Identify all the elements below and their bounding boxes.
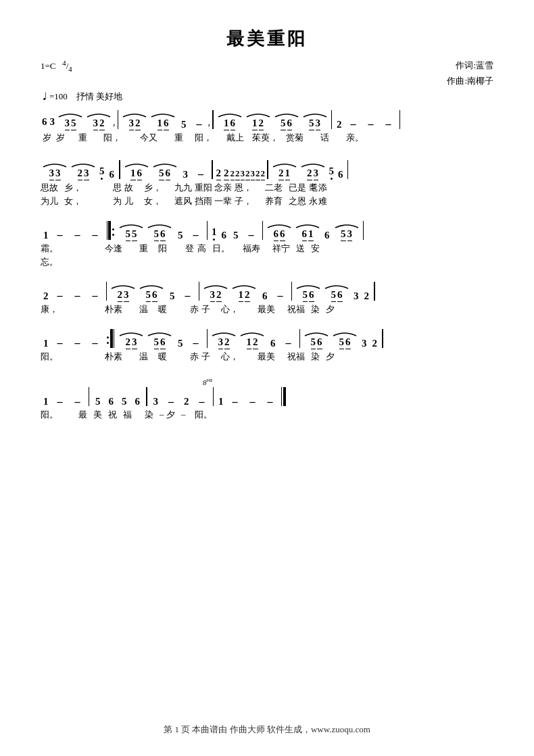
note-5r3f: 5: [341, 228, 346, 241]
notes-row-5: 1 – – – 2: [41, 329, 493, 349]
note-1m3: 1: [224, 118, 229, 130]
note-3r4a: 3: [124, 289, 129, 302]
music-row-1: 6 3 3: [41, 108, 493, 144]
lyr-r2-2: 为儿 女， 为 儿 女， 遮风 挡雨 一辈 子， 养育 之恩 永 难: [41, 195, 493, 207]
note-3u: 3: [65, 118, 70, 130]
barline-r4b: [199, 282, 200, 301]
lyrics-row-1: 岁 岁 重 阳， 今又 重 阳， 戴上 茱萸， 赏菊 话 亲。: [41, 132, 493, 144]
note-5m2: 5: [181, 111, 187, 130]
note-3r2d: 3: [183, 161, 189, 180]
dash-r4c: –: [89, 290, 101, 302]
dash-r6f: –: [247, 396, 259, 408]
note-1r3c: 1: [308, 228, 314, 241]
song-title: 最美重阳: [41, 27, 493, 51]
barline-r5a: [207, 329, 208, 348]
arc-32: [86, 111, 112, 118]
music-row-3: 1 – – – 5: [41, 221, 493, 268]
arc-12m3: [245, 111, 271, 118]
note-6r3: 6: [160, 228, 166, 241]
note-2r4c: 2: [245, 289, 250, 302]
note-2m2: 2: [135, 118, 141, 130]
lyr-r4: 康， 朴素 温 暖 赤 子 心， 最美 祝福 染 夕: [41, 303, 493, 316]
note-6r5c: 6: [317, 336, 322, 349]
note-3r4b: 3: [210, 289, 216, 302]
dash-r5b: –: [72, 337, 84, 349]
dash-r5e: –: [283, 337, 295, 349]
note-2r4: 2: [43, 291, 49, 302]
note-5dot: 5: [99, 157, 105, 180]
note-6r3e: 6: [302, 228, 308, 241]
note-1r3b: 1: [212, 226, 217, 241]
repeat-barline-2: [107, 329, 115, 348]
note-6r2: 6: [110, 161, 115, 180]
note-5m3: 5: [281, 118, 286, 130]
music-row-6: 8va 1 – – 5 6 5 6 3: [41, 376, 493, 422]
note-5r4b: 5: [170, 291, 175, 302]
note-2r5b: 2: [224, 336, 230, 349]
notes-row-3: 1 – – – 5: [41, 221, 493, 241]
note-5r2c: 5: [329, 166, 335, 180]
note-6r5d: 6: [345, 336, 351, 349]
note-6r3c: 6: [274, 228, 279, 241]
note-6r4c: 6: [309, 289, 314, 302]
dash-r6g: –: [264, 396, 276, 408]
note-6: 6: [42, 108, 47, 130]
note-3m3: 3: [316, 118, 321, 130]
note-6m3b: 6: [287, 118, 293, 130]
barline-r3c: [363, 221, 364, 240]
note-3g: 3: [241, 168, 245, 180]
note-5r5d: 5: [339, 336, 345, 349]
tempo: ♩=100 抒情 美好地: [41, 91, 122, 101]
dash-r5c: –: [89, 337, 101, 349]
dash-m2: –: [193, 118, 205, 130]
note-2u: 2: [99, 118, 105, 130]
notes-row-1: 6 3 3: [41, 108, 493, 130]
note-1r6: 1: [43, 396, 49, 407]
lyr-r5: 阳。 朴素 温 暖 赤 子 心， 最美 祝福 染 夕: [41, 351, 493, 363]
note-3r2b: 3: [55, 168, 61, 180]
music-row-5: 1 – – – 2: [41, 329, 493, 363]
note-1m2: 1: [157, 118, 163, 130]
arc-35: [57, 111, 83, 118]
note-6m2: 6: [164, 118, 169, 130]
note-6r3b: 6: [222, 230, 227, 241]
dash-r3b: –: [72, 229, 84, 241]
lyr-r3-2: 忘。: [41, 256, 493, 268]
note-2r2e: 2: [224, 168, 229, 180]
note-3r5a: 3: [132, 336, 137, 349]
note-5r3c: 5: [154, 228, 160, 241]
dash-r6d: –: [196, 396, 208, 408]
music-row-2: 3 3 2 3: [41, 157, 493, 207]
dash-r3a: –: [54, 229, 66, 241]
dash3m4: –: [383, 118, 395, 130]
lyr-r6: 阳。 最 美 祝 福 染 – 夕 – 阳。: [41, 409, 493, 421]
dash-r6e: –: [229, 396, 241, 408]
comma2: ,: [208, 118, 211, 128]
note-2r5c: 2: [253, 336, 258, 349]
barline-r2c: [267, 160, 268, 179]
barline-r2b: [212, 160, 213, 179]
dash-r3d: –: [190, 229, 202, 241]
note-2r6: 2: [184, 396, 189, 407]
dash-r3c: –: [89, 229, 101, 241]
note-6r2b: 6: [137, 168, 143, 180]
lyr-r2-1: 思故 乡， 思 故 乡， 九九 重阳 念亲 恩， 二老 已是 耄 添: [41, 182, 493, 194]
note-6r4d: 6: [337, 289, 343, 302]
note-5r3d: 5: [178, 230, 183, 241]
note-3r2c: 3: [84, 168, 89, 180]
note-6r2d: 6: [338, 169, 343, 180]
note-5m3b: 5: [309, 118, 314, 130]
lyr-r3-1: 霜。 今逢 重 阳 登 高 日。 福寿 祥宁 送 安: [41, 243, 493, 255]
barline-r3a: [207, 221, 208, 240]
music-row-4: 2 – – – 2 3: [41, 282, 493, 316]
note-3r4c: 3: [354, 291, 359, 302]
dash-r6a: –: [54, 396, 66, 408]
note-5r3a: 5: [126, 228, 131, 241]
octave-mark: 8va: [203, 376, 493, 386]
dash-r2a: –: [195, 168, 207, 180]
note-2g4: 2: [256, 168, 260, 180]
barline-r6c: [213, 387, 214, 406]
barline-r4a: [106, 282, 107, 301]
note-1r5: 1: [43, 338, 49, 349]
dash-r3e: –: [245, 229, 258, 241]
